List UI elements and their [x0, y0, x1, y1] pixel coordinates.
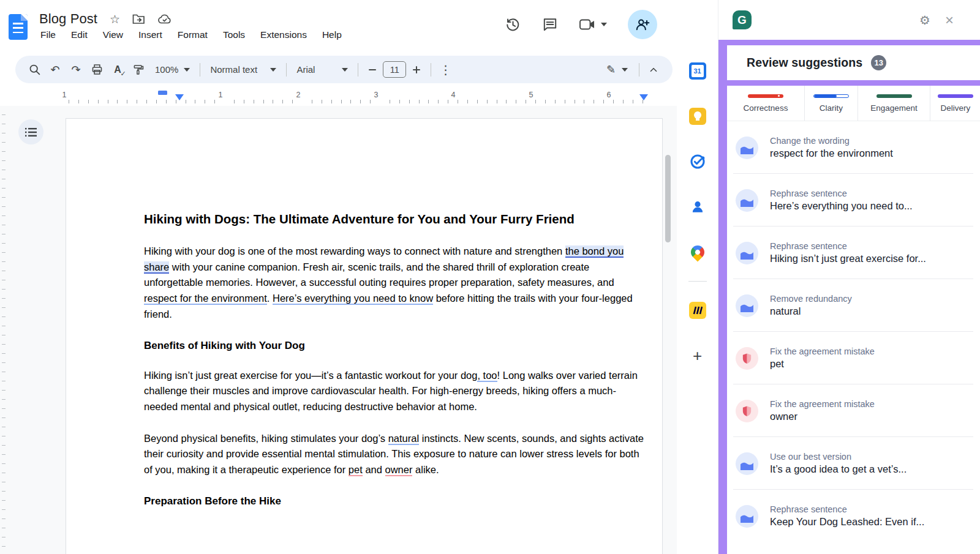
header-actions	[505, 10, 657, 39]
suggestion-underline-blue[interactable]: natural	[388, 433, 419, 445]
ruler-tick	[137, 100, 137, 103]
suggestion-underline-blue[interactable]: , too	[477, 370, 497, 382]
tab-engagement[interactable]: Engagement	[858, 86, 930, 121]
highlight-frame-left	[718, 40, 727, 554]
menu-item-extensions[interactable]: Extensions	[260, 29, 307, 40]
share-button[interactable]	[628, 10, 657, 39]
google-calendar-icon[interactable]: 31	[688, 62, 707, 80]
suggestion-text: Hiking isn’t just great exercise for...	[770, 253, 926, 264]
move-to-folder-icon[interactable]	[132, 13, 145, 24]
tab-label: Correctness	[744, 103, 788, 113]
hide-menus-button[interactable]	[643, 59, 664, 80]
suggestion-body: Remove redundancynatural	[770, 294, 852, 317]
suggestion-item[interactable]: Fix the agreement mistakeowner	[727, 384, 980, 437]
menu-item-insert[interactable]: Insert	[138, 29, 162, 40]
document-text: Hiking with Dogs: The Ultimate Adventure…	[66, 119, 663, 508]
tab-delivery[interactable]: Delivery	[930, 86, 980, 121]
ruler-tick	[575, 100, 575, 103]
first-line-indent-marker[interactable]	[158, 91, 167, 95]
paragraph-style-select[interactable]: Normal text	[204, 59, 282, 80]
suggestion-item[interactable]: Remove redundancynatural	[727, 279, 980, 332]
suggestion-body: Change the wordingrespect for the enviro…	[770, 136, 893, 159]
suggestion-underline-red[interactable]: pet	[349, 464, 363, 476]
menu-item-file[interactable]: File	[40, 29, 56, 40]
horizontal-ruler[interactable]: 1123456	[0, 89, 677, 106]
menu-item-tools[interactable]: Tools	[223, 29, 245, 40]
grammarly-logo-icon[interactable]: G	[733, 10, 752, 29]
clarity-wave-icon	[736, 242, 758, 264]
google-maps-icon[interactable]	[688, 243, 707, 261]
menu-item-view[interactable]: View	[103, 29, 123, 40]
ruler-tick	[156, 100, 157, 103]
suggestion-item[interactable]: Rephrase sentenceKeep Your Dog Leashed: …	[727, 490, 980, 542]
tab-clarity[interactable]: Clarity	[805, 86, 858, 121]
title-row: Blog Post ☆	[39, 9, 172, 29]
star-icon[interactable]: ☆	[110, 13, 120, 25]
redo-icon[interactable]: ↷	[66, 59, 86, 80]
google-docs-logo-icon[interactable]	[9, 14, 28, 40]
video-call-control[interactable]	[579, 18, 607, 31]
close-panel-icon[interactable]: ×	[945, 13, 954, 28]
ruler-tick	[535, 100, 536, 103]
cloud-saved-icon[interactable]	[157, 13, 172, 24]
decrease-font-size-button[interactable]	[362, 59, 383, 80]
editing-mode-select[interactable]: ✎	[599, 59, 635, 81]
zoom-select[interactable]: 100%	[149, 59, 196, 80]
ruler-tick	[370, 100, 371, 103]
text-run: .	[267, 293, 273, 304]
document-title[interactable]: Blog Post	[39, 11, 97, 27]
spellcheck-icon[interactable]: A✓	[107, 59, 128, 80]
clarity-wave-icon	[736, 137, 758, 159]
ruler-number: 5	[529, 91, 533, 99]
suggestion-category: Remove redundancy	[770, 294, 852, 304]
tab-progress-bar	[938, 94, 973, 98]
vertical-ruler[interactable]	[0, 106, 6, 554]
tab-progress-bar	[876, 94, 912, 98]
version-history-icon[interactable]	[505, 17, 521, 33]
menu-item-help[interactable]: Help	[322, 29, 342, 40]
suggestion-text: pet	[770, 358, 875, 370]
document-outline-button[interactable]	[18, 119, 43, 144]
suggestion-item[interactable]: Rephrase sentenceHiking isn’t just great…	[727, 226, 980, 279]
document-page[interactable]: Hiking with Dogs: The Ultimate Adventure…	[66, 118, 663, 554]
suggestion-item[interactable]: Use our best versionIt’s a good idea to …	[727, 437, 980, 490]
paint-format-icon[interactable]	[128, 59, 149, 80]
comments-icon[interactable]	[542, 17, 558, 32]
right-indent-marker[interactable]	[639, 94, 648, 100]
menu-item-edit[interactable]: Edit	[71, 29, 88, 40]
clarity-wave-icon	[736, 294, 758, 317]
suggestion-underline-blue[interactable]: Here’s everything you need to know	[273, 293, 433, 305]
search-icon[interactable]	[24, 59, 45, 80]
suggestion-underline-red[interactable]: owner	[385, 464, 413, 476]
font-size-input[interactable]: 11	[383, 61, 406, 78]
document-scrollbar[interactable]	[665, 155, 671, 242]
grammarly-panel: G ⚙ × Review suggestions 13 CorrectnessC…	[718, 0, 980, 554]
settings-gear-icon[interactable]: ⚙	[919, 14, 930, 26]
print-icon[interactable]	[86, 59, 107, 80]
heading: Hiking with Dogs: The Ultimate Adventure…	[144, 211, 644, 227]
suggestion-item[interactable]: Change the wordingrespect for the enviro…	[727, 121, 980, 174]
miro-icon[interactable]	[688, 301, 707, 320]
suggestion-item[interactable]: Fix the agreement mistakepet	[727, 332, 980, 384]
correctness-shield-icon	[736, 400, 758, 422]
chevron-down-icon	[270, 68, 276, 72]
suggestion-text: Keep Your Dog Leashed: Even if...	[770, 516, 924, 528]
google-keep-icon[interactable]	[688, 107, 707, 125]
google-tasks-icon[interactable]	[688, 152, 707, 171]
pencil-icon: ✎	[606, 63, 616, 76]
font-family-select[interactable]: Arial	[290, 59, 354, 80]
left-indent-marker[interactable]	[175, 94, 184, 100]
more-options-icon[interactable]: ⋮	[435, 59, 456, 80]
tab-correctness[interactable]: Correctness	[727, 86, 805, 121]
google-contacts-icon[interactable]	[688, 198, 707, 216]
toolbar: ↶ ↷ A✓ 100% Normal text	[15, 56, 673, 83]
suggestion-item[interactable]: Rephrase sentenceHere’s everything you n…	[727, 174, 980, 226]
undo-icon[interactable]: ↶	[45, 59, 66, 80]
increase-font-size-button[interactable]	[406, 59, 427, 80]
suggestion-underline-blue[interactable]: respect for the environment	[144, 293, 267, 305]
text-run: Benefits of Hiking with Your Dog	[144, 340, 305, 351]
paragraph-style-value: Normal text	[210, 64, 257, 75]
menu-item-format[interactable]: Format	[178, 29, 208, 40]
ruler-tick	[214, 100, 215, 103]
get-add-ons-icon[interactable]: +	[688, 346, 707, 365]
